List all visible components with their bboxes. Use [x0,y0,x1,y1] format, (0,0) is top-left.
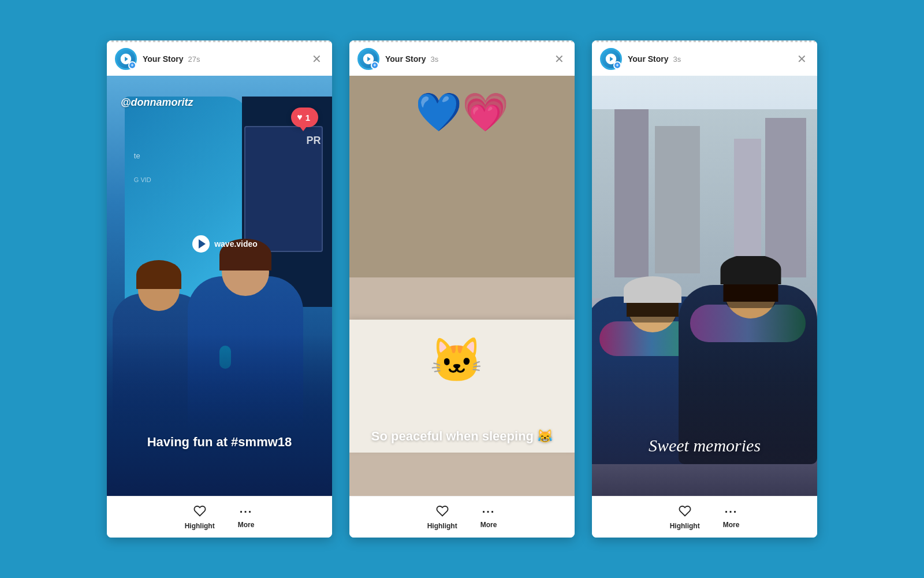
story-caption-2: So peaceful when sleeping 😹 [349,429,575,444]
story-caption-1: Having fun at #smmw18 [107,435,332,450]
story-header-3: + Your Story 3s ✕ [592,40,817,76]
story-time-2: 3s [431,55,439,64]
story-actions-1: Highlight ··· More [107,496,332,538]
more-icon-1: ··· [240,505,253,518]
story-username-3: Your Story [628,54,669,64]
story-user-info-2: Your Story 3s [379,54,552,64]
story-header-1: + Your Story 27s ✕ [107,40,332,76]
close-icon-3[interactable]: ✕ [795,51,809,67]
story-user-info-1: Your Story 27s [137,54,310,64]
more-label-2: More [480,521,497,529]
like-notification-1: ♥ 1 [291,108,318,127]
story-actions-2: Highlight ··· More [349,496,575,538]
story-card-2: + Your Story 3s ✕ 💙💗 [349,40,575,538]
story-body-2: 💙💗 🐱 So peaceful when sleeping 😹 [349,76,575,496]
story-header-2: + Your Story 3s ✕ [349,40,575,76]
story-username-1: Your Story [143,54,184,64]
highlight-icon-1 [193,505,206,520]
highlight-label-2: Highlight [427,522,457,530]
more-button-3[interactable]: ··· More [723,505,740,529]
avatar-1[interactable]: + [115,48,137,70]
highlight-button-2[interactable]: Highlight [427,505,457,530]
highlight-button-3[interactable]: Highlight [670,505,700,530]
more-button-1[interactable]: ··· More [238,505,255,529]
stories-container: + Your Story 27s ✕ [107,40,817,538]
more-label-3: More [723,521,740,529]
stories-background: + Your Story 27s ✕ [0,0,924,578]
close-icon-2[interactable]: ✕ [552,51,567,67]
like-count-1: 1 [305,113,310,123]
story-body-3: Sweet memories [592,76,817,496]
more-label-1: More [238,521,255,529]
story-body-1: te G VID wave.video PR [107,76,332,496]
highlight-icon-2 [436,505,449,520]
story-card-3: + Your Story 3s ✕ [592,40,817,538]
highlight-icon-3 [679,505,691,520]
like-heart-icon-1: ♥ [297,112,303,123]
avatar-2[interactable]: + [357,48,379,70]
story-actions-3: Highlight ··· More [592,496,817,538]
cat-emoji-2: 🐱 [430,335,484,386]
highlight-label-1: Highlight [185,522,215,530]
more-button-2[interactable]: ··· More [480,505,497,529]
story-time-3: 3s [673,55,681,64]
story-time-1: 27s [188,55,200,64]
avatar-3[interactable]: + [600,48,622,70]
more-icon-2: ··· [482,505,495,518]
close-icon-1[interactable]: ✕ [310,51,324,67]
mention-tag-1: @donnamoritz [121,97,193,109]
story-username-2: Your Story [385,54,426,64]
story-caption-3: Sweet memories [592,436,817,455]
highlight-label-3: Highlight [670,522,700,530]
hearts-overlay-2: 💙💗 [415,93,509,131]
story-card-1: + Your Story 27s ✕ [107,40,332,538]
story-user-info-3: Your Story 3s [622,54,795,64]
more-icon-3: ··· [725,505,738,518]
highlight-button-1[interactable]: Highlight [185,505,215,530]
